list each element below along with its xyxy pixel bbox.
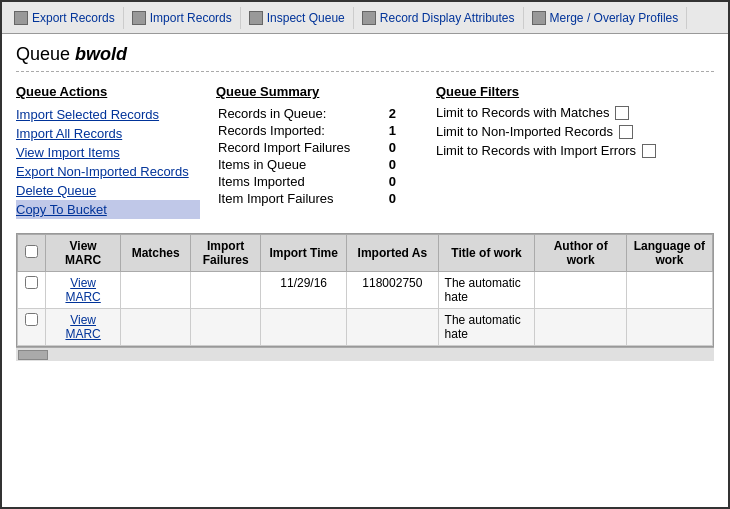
row-checkbox-cell — [18, 309, 46, 346]
col-header-view-marc: View MARC — [45, 235, 120, 272]
imported-as-cell — [347, 309, 438, 346]
title-of-work-cell: The automatic hate — [438, 309, 535, 346]
queue-filters-section: Queue Filters Limit to Records with Matc… — [436, 84, 714, 219]
records-table: View MARC Matches Import Failures Import… — [17, 234, 713, 346]
filter-label-filter-matches: Limit to Records with Matches — [436, 105, 609, 120]
row-checkbox-cell — [18, 272, 46, 309]
nav-item-label-inspect-queue: Inspect Queue — [267, 11, 345, 25]
view-marc-link[interactable]: View MARC — [65, 313, 100, 341]
summary-row: Record Import Failures0 — [216, 139, 416, 156]
filter-label-filter-import-errors: Limit to Records with Import Errors — [436, 143, 636, 158]
queue-summary-section: Queue Summary Records in Queue:2Records … — [216, 84, 436, 219]
queue-title: Queue bwold — [16, 44, 714, 72]
author-of-work-cell — [535, 309, 626, 346]
filter-checkbox-filter-non-imported[interactable] — [619, 125, 633, 139]
inspect-queue-icon — [249, 11, 263, 25]
action-import-all[interactable]: Import All Records — [16, 124, 200, 143]
matches-cell — [121, 309, 191, 346]
queue-actions-section: Queue Actions Import Selected RecordsImp… — [16, 84, 216, 219]
filter-checkbox-filter-matches[interactable] — [615, 106, 629, 120]
import-time-cell — [261, 309, 347, 346]
merge-overlay-profiles-icon — [532, 11, 546, 25]
col-header-check[interactable] — [18, 235, 46, 272]
nav-item-label-merge-overlay-profiles: Merge / Overlay Profiles — [550, 11, 679, 25]
view-marc-cell: View MARC — [45, 309, 120, 346]
nav-item-merge-overlay-profiles[interactable]: Merge / Overlay Profiles — [524, 7, 688, 29]
summary-row: Item Import Failures0 — [216, 190, 416, 207]
table-row: View MARCThe automatic hate — [18, 309, 713, 346]
nav-item-import-records[interactable]: Import Records — [124, 7, 241, 29]
summary-table: Records in Queue:2Records Imported:1Reco… — [216, 105, 416, 207]
nav-item-record-display-attributes[interactable]: Record Display Attributes — [354, 7, 524, 29]
records-table-container: View MARC Matches Import Failures Import… — [16, 233, 714, 347]
summary-value: 1 — [376, 122, 416, 139]
summary-label: Items in Queue — [216, 156, 376, 173]
table-row: View MARC11/29/16118002750The automatic … — [18, 272, 713, 309]
nav-item-label-record-display-attributes: Record Display Attributes — [380, 11, 515, 25]
summary-value: 2 — [376, 105, 416, 122]
summary-value: 0 — [376, 173, 416, 190]
summary-row: Items in Queue0 — [216, 156, 416, 173]
col-header-author-of-work: Author of work — [535, 235, 626, 272]
filter-row-filter-import-errors: Limit to Records with Import Errors — [436, 143, 714, 158]
import-failures-cell — [191, 309, 261, 346]
nav-item-label-export-records: Export Records — [32, 11, 115, 25]
summary-value: 0 — [376, 156, 416, 173]
horizontal-scrollbar[interactable] — [16, 347, 714, 361]
nav-item-label-import-records: Import Records — [150, 11, 232, 25]
summary-value: 0 — [376, 190, 416, 207]
row-checkbox[interactable] — [25, 276, 38, 289]
nav-item-export-records[interactable]: Export Records — [6, 7, 124, 29]
table-body: View MARC11/29/16118002750The automatic … — [18, 272, 713, 346]
row-checkbox[interactable] — [25, 313, 38, 326]
nav-item-inspect-queue[interactable]: Inspect Queue — [241, 7, 354, 29]
col-header-imported-as: Imported As — [347, 235, 438, 272]
col-header-title-of-work: Title of work — [438, 235, 535, 272]
scrollbar-thumb[interactable] — [18, 350, 48, 360]
col-header-import-failures: Import Failures — [191, 235, 261, 272]
queue-name: bwold — [75, 44, 127, 64]
queue-info: Queue Actions Import Selected RecordsImp… — [16, 84, 714, 219]
top-nav: Export RecordsImport RecordsInspect Queu… — [2, 2, 728, 34]
page-content: Queue bwold Queue Actions Import Selecte… — [2, 34, 728, 361]
summary-row: Records in Queue:2 — [216, 105, 416, 122]
summary-row: Items Imported0 — [216, 173, 416, 190]
summary-label: Record Import Failures — [216, 139, 376, 156]
language-of-work-cell — [626, 309, 712, 346]
title-of-work-cell: The automatic hate — [438, 272, 535, 309]
queue-summary-heading: Queue Summary — [216, 84, 416, 99]
summary-label: Records Imported: — [216, 122, 376, 139]
filter-checkbox-filter-import-errors[interactable] — [642, 144, 656, 158]
queue-filters-heading: Queue Filters — [436, 84, 714, 99]
import-failures-cell — [191, 272, 261, 309]
summary-row: Records Imported:1 — [216, 122, 416, 139]
matches-cell — [121, 272, 191, 309]
author-of-work-cell — [535, 272, 626, 309]
filter-row-filter-matches: Limit to Records with Matches — [436, 105, 714, 120]
table-header: View MARC Matches Import Failures Import… — [18, 235, 713, 272]
select-all-checkbox[interactable] — [25, 245, 38, 258]
imported-as-cell: 118002750 — [347, 272, 438, 309]
view-marc-cell: View MARC — [45, 272, 120, 309]
summary-value: 0 — [376, 139, 416, 156]
col-header-matches: Matches — [121, 235, 191, 272]
summary-label: Items Imported — [216, 173, 376, 190]
summary-label: Item Import Failures — [216, 190, 376, 207]
summary-label: Records in Queue: — [216, 105, 376, 122]
import-records-icon — [132, 11, 146, 25]
record-display-attributes-icon — [362, 11, 376, 25]
export-records-icon — [14, 11, 28, 25]
queue-actions-heading: Queue Actions — [16, 84, 200, 99]
col-header-language-of-work: Language of work — [626, 235, 712, 272]
action-import-selected[interactable]: Import Selected Records — [16, 105, 200, 124]
import-time-cell: 11/29/16 — [261, 272, 347, 309]
col-header-import-time: Import Time — [261, 235, 347, 272]
action-view-import-items[interactable]: View Import Items — [16, 143, 200, 162]
action-export-non-imported[interactable]: Export Non-Imported Records — [16, 162, 200, 181]
action-copy-to-bucket[interactable]: Copy To Bucket — [16, 200, 200, 219]
view-marc-link[interactable]: View MARC — [65, 276, 100, 304]
language-of-work-cell — [626, 272, 712, 309]
filter-label-filter-non-imported: Limit to Non-Imported Records — [436, 124, 613, 139]
action-delete-queue[interactable]: Delete Queue — [16, 181, 200, 200]
filter-row-filter-non-imported: Limit to Non-Imported Records — [436, 124, 714, 139]
